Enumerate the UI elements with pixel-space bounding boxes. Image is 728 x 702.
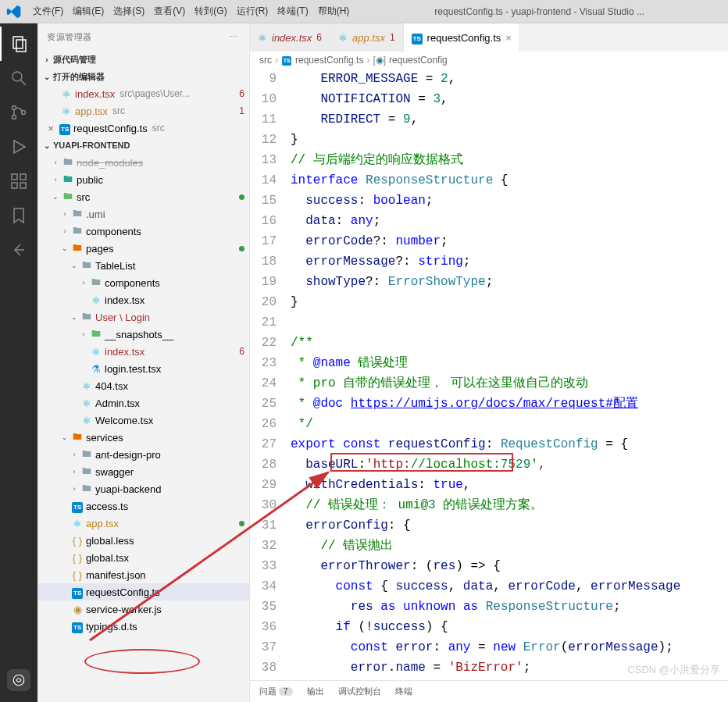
react-icon: ⚛ [80,380,94,392]
tree-item[interactable]: ›.umi [37,205,249,223]
tree-item-label: global.tsx [86,552,129,564]
folder-icon [80,448,94,461]
react-icon: ⚛ [89,294,103,306]
tree-item-label: manifest.json [86,569,146,581]
tree-item-label: User \ Login [95,312,150,323]
tree-item-label: Welcome.tsx [95,415,153,426]
section-project[interactable]: ⌄YUAPI-FRONTEND [37,137,249,154]
close-icon[interactable]: × [44,123,58,134]
tree-item[interactable]: TSrequestConfig.ts [37,583,249,600]
tree-item[interactable]: ⚛app.tsx [37,515,249,532]
tree-item[interactable]: ◉service-worker.js [37,600,249,618]
sidebar-more-icon[interactable]: ⋯ [230,32,240,42]
section-open-editors[interactable]: ⌄打开的编辑器 [37,68,249,85]
tree-item[interactable]: ⚛index.tsx6 [37,343,249,360]
tree-item[interactable]: ›ant-design-pro [37,446,249,463]
tree-item[interactable]: ⌄TableList [37,257,249,274]
activity-back[interactable] [0,233,37,267]
tree-item[interactable]: ⚛Admin.tsx [37,394,249,412]
svg-marker-7 [14,141,25,153]
tree-item[interactable]: ⚛Welcome.tsx [37,412,249,429]
tree-item[interactable]: ⚗login.test.tsx [37,360,249,377]
tree-item-label: components [105,277,160,289]
tree-item-label: requestConfig.ts [86,586,160,598]
tree-item[interactable]: ›yuapi-backend [37,480,249,497]
folder-icon [80,465,94,479]
folder-icon [70,431,84,444]
menu-goto[interactable]: 转到(G) [190,2,231,21]
section-source-control[interactable]: ›源代码管理 [37,51,249,68]
menu-select[interactable]: 选择(S) [109,2,149,21]
tree-item-label: access.ts [86,501,128,512]
close-icon[interactable]: × [505,32,512,44]
window-title: requestConfig.ts - yuapi-frontend - Visu… [354,6,725,17]
vscode-logo-icon [6,4,22,20]
open-editor-item[interactable]: × TS requestConfig.ts src [37,119,249,137]
activity-run-debug[interactable] [0,130,37,164]
open-editor-item[interactable]: ⚛ app.tsx src 1 [37,102,249,119]
svg-rect-0 [13,37,23,48]
menu-view[interactable]: 查看(V) [149,2,190,21]
svg-rect-9 [12,183,17,188]
tree-item-label: pages [86,243,113,255]
panel-debug[interactable]: 调试控制台 [338,686,381,697]
code-content[interactable]: ERROR_MESSAGE = 2, NOTIFICATION = 3, RED… [291,69,728,680]
panel-output[interactable]: 输出 [307,686,324,697]
tree-item[interactable]: ›components [37,274,249,291]
tree-item-label: public [77,174,103,186]
activity-extensions[interactable] [0,164,37,198]
svg-point-5 [12,116,16,119]
breadcrumb[interactable]: src› TS requestConfig.ts› [◉] requestCon… [250,52,728,69]
code-editor[interactable]: 9101112131415161718192021222324252627282… [250,69,728,680]
modified-dot-icon [239,521,244,526]
editor-area: ⚛ index.tsx 6 ⚛ app.tsx 1 TS requestConf… [250,23,728,702]
open-editor-item[interactable]: ⚛ index.tsx src\pages\User... 6 [37,85,249,102]
folder-icon [70,208,84,221]
tree-item[interactable]: { }global.less [37,532,249,549]
tab-index[interactable]: ⚛ index.tsx 6 [250,23,330,52]
tree-item-label: login.test.tsx [105,363,161,375]
activity-search[interactable] [0,61,37,95]
tree-item-label: services [86,432,123,444]
tree-item[interactable]: TSaccess.ts [37,497,249,515]
tree-item[interactable]: ⚛index.tsx [37,291,249,308]
panel-problems[interactable]: 问题 7 [259,686,293,697]
activity-ai[interactable] [7,669,30,691]
activity-bookmark[interactable] [0,198,37,233]
tree-item-label: __snapshots__ [105,329,173,340]
tree-item[interactable]: ⌄User \ Login [37,308,249,326]
tab-requestconfig[interactable]: TS requestConfig.ts × [404,23,520,52]
menu-help[interactable]: 帮助(H) [313,2,355,21]
tree-item[interactable]: ⌄src [37,188,249,205]
activity-bar [0,23,37,702]
folder-icon [89,276,103,290]
folder-icon [89,328,103,341]
folder-icon [61,191,75,204]
tree-item-label: components [86,226,141,237]
tree-item[interactable]: ⚛404.tsx [37,377,249,394]
tree-item[interactable]: TStypings.d.ts [37,618,249,635]
tree-item[interactable]: ›components [37,223,249,240]
menu-edit[interactable]: 编辑(E) [68,2,109,21]
menu-run[interactable]: 运行(R) [232,2,273,21]
tree-item[interactable]: ›public [37,171,249,188]
tab-app[interactable]: ⚛ app.tsx 1 [330,23,404,52]
tree-item[interactable]: ⌄pages [37,240,249,257]
tree-item[interactable]: ›swagger [37,463,249,480]
line-gutter: 9101112131415161718192021222324252627282… [250,69,291,680]
folder-icon [70,225,84,238]
modified-dot-icon [239,194,244,200]
tree-item-label: yuapi-backend [95,483,162,495]
activity-scm[interactable] [0,95,37,130]
activity-explorer[interactable] [0,27,37,61]
tree-item[interactable]: ›node_modules [37,154,249,171]
tree-item[interactable]: ›__snapshots__ [37,326,249,343]
panel-terminal[interactable]: 终端 [395,686,412,697]
ts-icon: TS [70,500,84,513]
tree-item[interactable]: ⌄services [37,429,249,446]
menu-terminal[interactable]: 终端(T) [273,2,312,21]
menu-file[interactable]: 文件(F) [28,2,68,21]
tree-item[interactable]: { }global.tsx [37,549,249,566]
tree-item[interactable]: { }manifest.json [37,566,249,583]
folder-icon [61,173,75,187]
